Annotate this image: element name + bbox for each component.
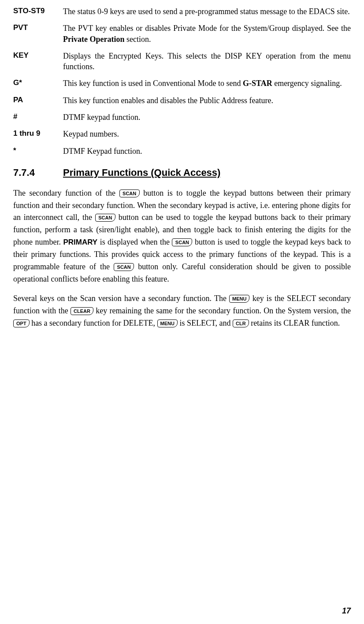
section-number: 7.7.4 <box>13 166 63 179</box>
section-heading: 7.7.4 Primary Functions (Quick Access) <box>13 166 351 179</box>
definition-desc: Keypad numbers. <box>63 129 351 139</box>
scan-key-icon: SCAN <box>172 238 192 246</box>
definition-text-post: emergency signaling. <box>272 79 342 88</box>
para-text: is displayed when the <box>97 238 172 246</box>
definition-text-pre: The PVT key enables or disables Private … <box>63 24 351 33</box>
definition-desc: Displays the Encrypted Keys. This select… <box>63 51 351 72</box>
para-text: The secondary function of the <box>13 189 119 197</box>
definition-term: KEY <box>13 51 63 72</box>
scan-key-icon: SCAN <box>114 263 134 271</box>
definition-desc: The PVT key enables or disables Private … <box>63 23 351 45</box>
opt-key-icon: OPT <box>13 319 30 327</box>
definition-term: 1 thru 9 <box>13 129 63 139</box>
definition-desc: The status 0-9 keys are used to send a p… <box>63 6 351 17</box>
definition-row: # DTMF keypad function. <box>13 112 351 123</box>
definition-row: * DTMF Keypad function. <box>13 146 351 156</box>
para-text: has a secondary function for DELETE, <box>30 319 157 327</box>
scan-key-icon: SCAN <box>95 214 115 222</box>
body-paragraph: The secondary function of the SCAN butto… <box>13 187 351 286</box>
menu-key-icon: MENU <box>229 295 249 303</box>
clear-key-icon: CLEAR <box>71 307 93 315</box>
definition-term: STO-ST9 <box>13 6 63 17</box>
definition-row: PVT The PVT key enables or disables Priv… <box>13 23 351 45</box>
definition-row: G* This key function is used in Conventi… <box>13 78 351 89</box>
body-paragraph: Several keys on the Scan version have a … <box>13 293 351 330</box>
para-text: key remaining the same for the secondary… <box>93 306 351 315</box>
definition-term: * <box>13 146 63 156</box>
definition-row: PA This key function enables and disable… <box>13 95 351 106</box>
section-title: Primary Functions (Quick Access) <box>63 166 220 179</box>
menu-key-icon: MENU <box>157 319 178 327</box>
definition-desc: DTMF keypad function. <box>63 112 351 123</box>
primary-label: PRIMARY <box>63 238 97 246</box>
definition-term: G* <box>13 78 63 89</box>
scan-key-icon: SCAN <box>119 189 140 197</box>
para-text: retains its CLEAR function. <box>249 319 340 327</box>
definition-term: PA <box>13 95 63 106</box>
definition-row: KEY Displays the Encrypted Keys. This se… <box>13 51 351 72</box>
definition-desc: This key function enables and disables t… <box>63 95 351 106</box>
definition-bold: Private Operation <box>63 35 124 44</box>
definition-bold: G-STAR <box>243 79 272 88</box>
page-number: 17 <box>342 605 351 616</box>
definition-desc: DTMF Keypad function. <box>63 146 351 156</box>
definition-row: 1 thru 9 Keypad numbers. <box>13 129 351 139</box>
definition-text-post: section. <box>124 35 151 44</box>
definition-desc: This key function is used in Conventiona… <box>63 78 351 89</box>
definition-term: PVT <box>13 23 63 45</box>
para-text: Several keys on the Scan version have a … <box>13 294 229 303</box>
definition-row: STO-ST9 The status 0-9 keys are used to … <box>13 6 351 17</box>
definition-text-pre: This key function is used in Conventiona… <box>63 79 243 88</box>
clr-key-icon: CLR <box>233 319 249 327</box>
definition-term: # <box>13 112 63 123</box>
para-text: is SELECT, and <box>178 319 233 327</box>
